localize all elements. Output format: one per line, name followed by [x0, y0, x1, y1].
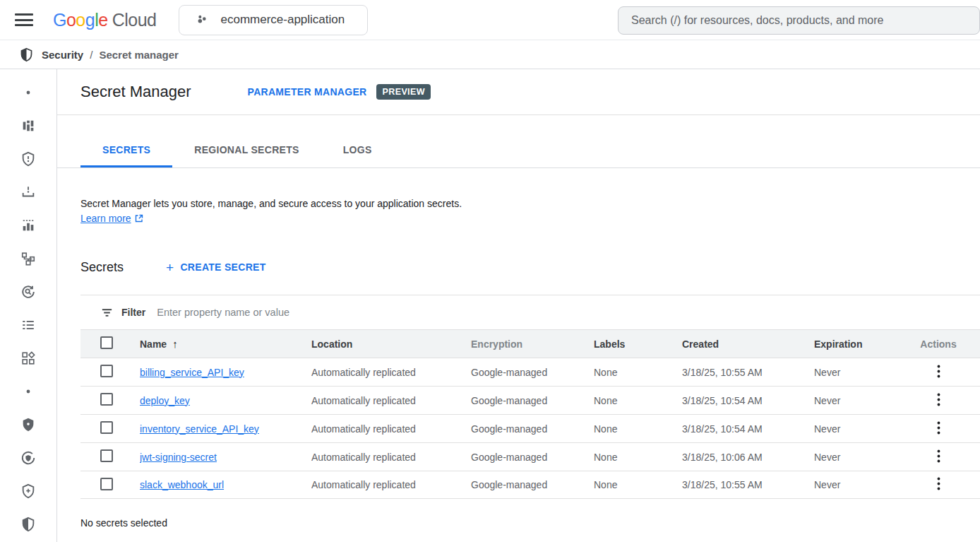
page-title: Secret Manager	[80, 83, 191, 101]
header-name[interactable]: Name↑	[140, 338, 311, 350]
secret-name-link[interactable]: billing_service_API_key	[140, 367, 244, 378]
sidebar-item-11[interactable]	[20, 416, 37, 433]
select-all-checkbox[interactable]	[100, 336, 113, 349]
sidebar-item-14[interactable]	[20, 516, 37, 533]
project-icon	[195, 12, 210, 28]
shield-circle-icon	[20, 450, 36, 466]
logo-letter: G	[53, 10, 66, 30]
secret-labels: None	[594, 479, 682, 490]
side-nav	[0, 69, 57, 542]
create-secret-button[interactable]: + CREATE SECRET	[166, 261, 266, 274]
logo-letter: o	[76, 10, 85, 30]
filter-label: Filter	[121, 307, 145, 318]
secret-location: Automatically replicated	[311, 367, 471, 378]
row-checkbox[interactable]	[100, 478, 113, 490]
table-row: deploy_key Automatically replicated Goog…	[80, 386, 980, 414]
secret-encryption: Google-managed	[471, 395, 594, 406]
secret-labels: None	[594, 452, 682, 463]
row-actions-button[interactable]	[933, 448, 945, 466]
row-actions-button[interactable]	[933, 363, 945, 382]
kebab-menu-icon	[937, 421, 940, 435]
header-location[interactable]: Location	[311, 338, 471, 350]
selection-status: No secrets selected	[80, 517, 980, 529]
page-description: Secret Manager lets you store, manage, a…	[80, 196, 957, 211]
create-secret-label: CREATE SECRET	[180, 261, 265, 273]
table-row: inventory_service_API_key Automatically …	[80, 414, 980, 442]
row-checkbox[interactable]	[100, 393, 113, 406]
logo-letter: e	[98, 10, 107, 30]
secret-expiration: Never	[814, 479, 902, 490]
kebab-menu-icon	[937, 365, 940, 378]
secret-created: 3/18/25, 10:06 AM	[682, 452, 814, 463]
tab-bar: SECRETS REGIONAL SECRETS LOGS	[57, 134, 980, 168]
header-actions: Actions	[902, 338, 980, 350]
sidebar-item-9[interactable]	[20, 350, 37, 367]
secret-location: Automatically replicated	[311, 479, 471, 490]
secret-encryption: Google-managed	[471, 452, 594, 463]
breadcrumb-separator: /	[90, 49, 92, 61]
parameter-manager-link[interactable]: PARAMETER MANAGER	[248, 86, 367, 98]
sidebar-item-3[interactable]	[20, 151, 37, 167]
learn-more-link[interactable]: Learn more	[80, 213, 131, 224]
table-row: slack_webhook_url Automatically replicat…	[80, 471, 980, 499]
tab-regional-secrets[interactable]: REGIONAL SECRETS	[172, 134, 321, 167]
secret-expiration: Never	[814, 395, 902, 406]
kebab-menu-icon	[937, 393, 940, 406]
menu-icon[interactable]	[15, 13, 33, 26]
shield-filled-icon	[20, 417, 36, 432]
row-actions-button[interactable]	[933, 420, 945, 438]
sort-ascending-icon: ↑	[172, 338, 178, 350]
google-cloud-logo[interactable]: Google Cloud	[53, 10, 156, 30]
row-checkbox[interactable]	[100, 365, 113, 377]
secret-name-link[interactable]: jwt-signing-secret	[140, 452, 217, 463]
shield-exclamation-icon	[20, 151, 36, 167]
filter-bar[interactable]: Filter	[80, 295, 980, 329]
row-actions-button[interactable]	[933, 391, 945, 410]
tab-logs[interactable]: LOGS	[321, 134, 394, 167]
tray-alert-icon	[20, 184, 36, 200]
secret-created: 3/18/25, 10:55 AM	[682, 367, 814, 378]
sidebar-item-12[interactable]	[20, 449, 37, 466]
row-checkbox[interactable]	[100, 449, 113, 462]
sidebar-item-13[interactable]	[20, 483, 37, 500]
row-checkbox[interactable]	[100, 421, 113, 434]
secret-name-link[interactable]: deploy_key	[140, 395, 190, 406]
filter-input[interactable]	[157, 307, 980, 318]
secret-expiration: Never	[814, 452, 902, 463]
breadcrumb-section[interactable]: Security	[42, 49, 83, 61]
header-encryption[interactable]: Encryption	[471, 338, 594, 350]
sidebar-item-6[interactable]	[20, 250, 37, 267]
security-shield-icon	[19, 47, 34, 62]
sidebar-item-8[interactable]	[20, 317, 37, 334]
logo-letter: g	[85, 10, 95, 30]
breadcrumb-page: Secret manager	[99, 49, 179, 61]
shield-plus-icon	[20, 483, 36, 499]
title-row: Secret Manager PARAMETER MANAGER PREVIEW	[57, 69, 980, 115]
sidebar-item-10[interactable]	[20, 383, 37, 400]
secret-name-link[interactable]: inventory_service_API_key	[140, 423, 259, 435]
secret-location: Automatically replicated	[311, 452, 471, 463]
logo-letter: o	[66, 10, 76, 30]
header-labels[interactable]: Labels	[594, 338, 682, 350]
secret-location: Automatically replicated	[311, 395, 471, 406]
global-search[interactable]	[618, 6, 980, 35]
header-created[interactable]: Created	[682, 338, 814, 350]
tab-secrets[interactable]: SECRETS	[80, 134, 172, 167]
sidebar-item-1[interactable]	[20, 84, 37, 101]
secret-encryption: Google-managed	[471, 367, 594, 378]
project-selector-button[interactable]: ecommerce-application	[179, 5, 368, 35]
search-input[interactable]	[631, 14, 967, 27]
sidebar-item-5[interactable]	[20, 217, 37, 234]
secret-name-link[interactable]: slack_webhook_url	[140, 479, 224, 490]
sidebar-item-7[interactable]	[20, 283, 37, 300]
sidebar-item-4[interactable]	[20, 184, 37, 201]
sidebar-item-2[interactable]	[20, 117, 37, 134]
table-row: billing_service_API_key Automatically re…	[80, 358, 980, 386]
secret-labels: None	[594, 395, 682, 406]
header-expiration[interactable]: Expiration	[814, 338, 902, 350]
table-header-row: Name↑ Location Encryption Labels Created…	[80, 329, 980, 358]
top-bar: Google Cloud ecommerce-application	[0, 0, 980, 40]
row-actions-button[interactable]	[933, 476, 945, 494]
bar-chart-icon	[20, 218, 36, 233]
secret-encryption: Google-managed	[471, 423, 594, 435]
